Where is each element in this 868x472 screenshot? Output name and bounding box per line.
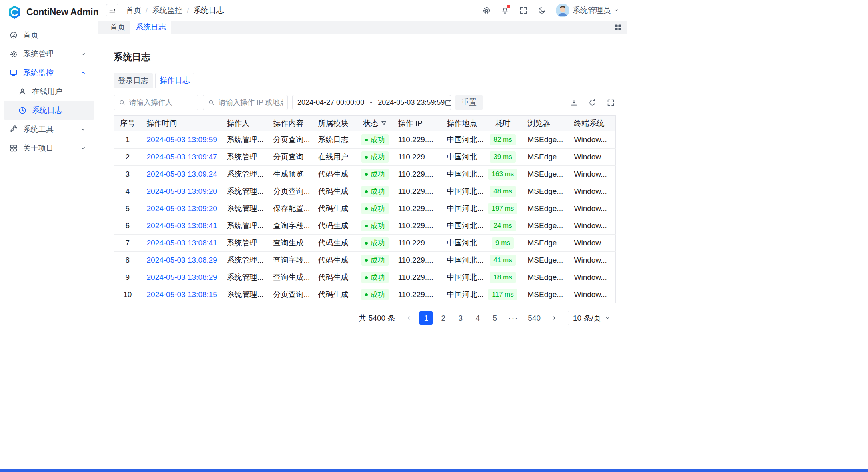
pagination-next-button[interactable] [547,311,561,325]
cell-operator: 系统管理... [221,166,268,183]
cell-status: 成功 [357,149,393,166]
bell-icon[interactable] [501,6,509,15]
pagination-page-1[interactable]: 1 [419,311,433,325]
page-tab-label: 首页 [110,22,125,32]
time-link[interactable]: 2024-05-03 13:08:41 [147,221,217,230]
cell-duration: 48 ms [484,183,522,200]
chevron-down-icon [614,8,619,13]
gear-icon[interactable] [482,6,491,15]
table-row: 1 2024-05-03 13:09:59 系统管理... 分页查询... 系统… [114,131,616,149]
cell-index: 6 [114,217,141,235]
column-header-operator: 操作人 [221,116,268,131]
date-range-separator: - [370,98,372,107]
header-actions: 系统管理员 [482,4,619,17]
cell-module: 代码生成 [313,252,357,269]
pagination-prev-button[interactable] [402,311,415,325]
download-icon[interactable] [570,98,578,107]
column-header-os: 终端系统 [569,116,616,131]
bottom-accent-bar [0,469,868,472]
cell-duration: 18 ms [484,269,522,286]
time-link[interactable]: 2024-05-03 13:08:29 [147,273,217,281]
calendar-icon [445,99,452,106]
sidebar-item-about-project[interactable]: 关于项目 [0,139,98,157]
status-badge: 成功 [361,203,389,214]
cell-index: 2 [114,149,141,166]
tab-login-logs[interactable]: 登录日志 [114,73,153,88]
cell-time: 2024-05-03 13:08:41 [141,235,221,252]
page-size-select[interactable]: 10 条/页 [568,311,615,325]
time-link[interactable]: 2024-05-03 13:08:41 [147,239,217,247]
time-link[interactable]: 2024-05-03 13:09:59 [147,135,217,144]
cell-content: 分页查询... [268,286,313,303]
cell-status: 成功 [357,183,393,200]
operator-search-input[interactable] [129,98,193,107]
cell-duration: 82 ms [484,131,522,149]
breadcrumb-item-current: 系统日志 [194,5,224,16]
cell-duration: 39 ms [484,149,522,166]
moon-icon[interactable] [537,6,546,15]
duration-badge: 9 ms [492,237,514,249]
ip-search-input[interactable] [219,98,283,107]
pagination-page-4[interactable]: 4 [471,311,484,325]
table-body: 1 2024-05-03 13:09:59 系统管理... 分页查询... 系统… [114,131,616,303]
refresh-icon[interactable] [588,98,597,107]
table-row: 5 2024-05-03 13:09:20 系统管理... 保存配置... 代码… [114,200,616,217]
sidebar-item-online-users[interactable]: 在线用户 [0,82,98,101]
cell-content: 查询字段... [268,217,313,235]
table-row: 2 2024-05-03 13:09:47 系统管理... 分页查询... 在线… [114,149,616,166]
cell-ip: 110.229.... [393,166,441,183]
time-link[interactable]: 2024-05-03 13:08:15 [147,290,217,299]
pagination-page-540[interactable]: 540 [525,311,543,325]
notification-dot [507,5,510,8]
sidebar-item-system-tools[interactable]: 系统工具 [0,120,98,139]
sidebar-item-system-logs[interactable]: 系统日志 [4,101,94,120]
status-dot [365,276,368,279]
cell-status: 成功 [357,252,393,269]
pagination-page-5[interactable]: 5 [488,311,501,325]
date-range-picker[interactable]: 2024-04-27 00:00:00 - 2024-05-03 23:59:5… [292,95,451,110]
fullscreen-icon[interactable] [519,6,528,15]
cell-time: 2024-05-03 13:09:59 [141,131,221,149]
cell-content: 分页查询... [268,183,313,200]
time-link[interactable]: 2024-05-03 13:09:20 [147,187,217,195]
cell-status: 成功 [357,200,393,217]
main-area: 首页 / 系统监控 / 系统日志 [98,0,627,341]
status-badge: 成功 [361,272,389,283]
sidebar-item-system-monitor[interactable]: 系统监控 [0,63,98,82]
pagination-page-3[interactable]: 3 [454,311,467,325]
page-tab-home[interactable]: 首页 [105,21,130,34]
tabs-grid-icon[interactable] [614,21,622,34]
expand-icon[interactable] [607,98,615,107]
reset-button[interactable]: 重置 [455,95,483,110]
sidebar-item-system-management[interactable]: 系统管理 [0,44,98,63]
page-title: 系统日志 [114,51,616,63]
page-tab-system-logs[interactable]: 系统日志 [130,21,171,34]
column-header-index: 序号 [114,116,141,131]
settings-icon [9,50,18,58]
chevron-down-icon [80,145,86,151]
chevron-left-icon [406,315,412,321]
breadcrumb-item[interactable]: 系统监控 [152,5,182,16]
cell-duration: 117 ms [484,286,522,303]
sidebar-collapse-button[interactable] [106,4,118,16]
time-link[interactable]: 2024-05-03 13:08:29 [147,256,217,264]
status-dot [365,207,368,210]
time-link[interactable]: 2024-05-03 13:09:20 [147,204,217,213]
pagination-more-button[interactable]: ··· [505,311,521,325]
breadcrumb-item[interactable]: 首页 [126,5,141,16]
user-menu[interactable]: 系统管理员 [556,4,619,17]
apps-grid-icon [9,144,18,153]
cell-ip: 110.229.... [393,286,441,303]
chevron-up-icon [80,70,86,76]
table-row: 8 2024-05-03 13:08:29 系统管理... 查询字段... 代码… [114,252,616,269]
cell-ip: 110.229.... [393,200,441,217]
pagination-page-2[interactable]: 2 [437,311,450,325]
cell-os: Window... [569,269,616,286]
time-link[interactable]: 2024-05-03 13:09:24 [147,170,217,178]
time-link[interactable]: 2024-05-03 13:09:47 [147,153,217,161]
cell-os: Window... [569,217,616,235]
status-badge: 成功 [361,169,389,180]
filter-icon[interactable] [381,121,387,126]
tab-operation-logs[interactable]: 操作日志 [155,73,194,88]
sidebar-item-home[interactable]: 首页 [0,26,98,44]
